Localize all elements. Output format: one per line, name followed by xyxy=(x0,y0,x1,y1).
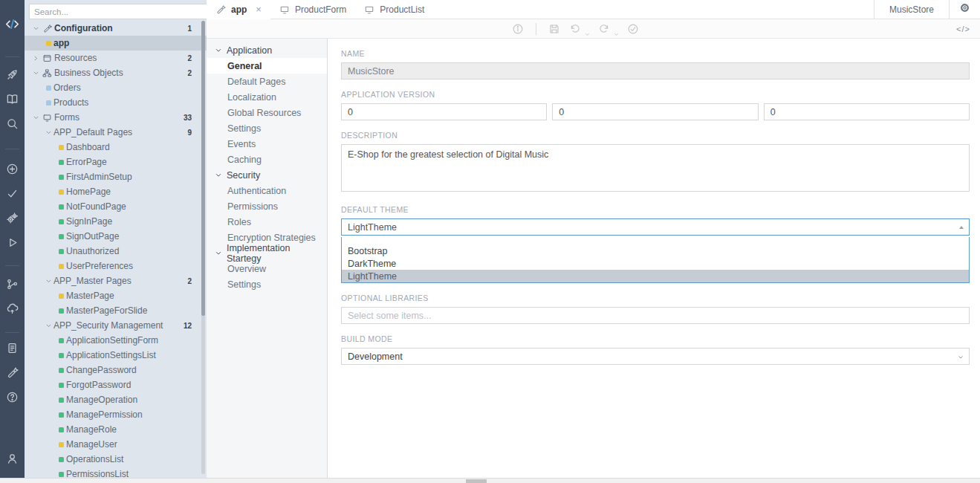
tree-item-userpreferences[interactable]: UserPreferences xyxy=(25,259,207,273)
tree-item-applicationsettingform[interactable]: ApplicationSettingForm xyxy=(25,333,207,348)
chevron-down-icon[interactable] xyxy=(30,23,41,33)
settings-nav-default-pages[interactable]: Default Pages xyxy=(207,74,327,89)
tree-item-manageuser[interactable]: ManageUser xyxy=(25,437,207,452)
redo-button[interactable] xyxy=(598,23,610,35)
chevron-down-icon[interactable] xyxy=(43,127,53,137)
settings-gear-button[interactable] xyxy=(950,0,980,19)
account-icon[interactable] xyxy=(0,447,25,471)
cloud-sync-icon[interactable] xyxy=(0,296,25,321)
application-version-input-1[interactable] xyxy=(341,103,547,120)
tree-item-forgotpassword[interactable]: ForgotPassword xyxy=(25,377,207,392)
theme-option-bootstrap[interactable]: Bootstrap xyxy=(342,244,969,257)
undo-button[interactable] xyxy=(569,23,581,35)
document-icon[interactable] xyxy=(0,336,25,360)
tree-item-app-security-management[interactable]: APP_Security Management12 xyxy=(25,318,207,333)
tree-item-forms[interactable]: Forms33 xyxy=(25,110,207,125)
settings-nav-localization[interactable]: Localization xyxy=(207,89,327,105)
tree-item-operationslist[interactable]: OperationsList xyxy=(25,452,207,467)
name-input[interactable] xyxy=(341,62,970,80)
rocket-icon[interactable] xyxy=(0,62,25,87)
settings-section-security[interactable]: Security xyxy=(207,167,327,183)
settings-nav-global-resources[interactable]: Global Resources xyxy=(207,105,327,120)
tree-item-dashboard[interactable]: Dashboard xyxy=(25,140,207,155)
tree-item-resources[interactable]: Resources2 xyxy=(25,51,207,65)
chevron-down-icon[interactable] xyxy=(43,276,53,286)
tab-app[interactable]: app× xyxy=(207,0,270,19)
tree-scrollbar-thumb[interactable] xyxy=(201,21,205,316)
description-textarea[interactable]: E-Shop for the greatest selection of Dig… xyxy=(341,144,970,192)
chevron-down-icon[interactable] xyxy=(30,68,41,78)
tree-item-homepage[interactable]: HomePage xyxy=(25,184,207,199)
settings-nav-events[interactable]: Events xyxy=(207,136,327,152)
tree-item-changepassword[interactable]: ChangePassword xyxy=(25,363,207,377)
tree-item-label: ManageOperation xyxy=(66,395,192,405)
tree-item-applicationsettingslist[interactable]: ApplicationSettingsList xyxy=(25,348,207,363)
application-version-input-2[interactable] xyxy=(552,103,758,120)
redo-dropdown-caret[interactable] xyxy=(613,27,620,34)
settings-nav-caching[interactable]: Caching xyxy=(207,152,327,167)
tab-productlist[interactable]: ProductList xyxy=(355,0,433,19)
tree-item-business-objects[interactable]: Business Objects2 xyxy=(25,65,207,80)
help-circle-icon[interactable] xyxy=(0,385,25,409)
tree-item-orders[interactable]: Orders xyxy=(25,80,207,95)
tree-item-configuration[interactable]: Configuration1 xyxy=(25,21,207,36)
settings-nav-authentication[interactable]: Authentication xyxy=(207,183,327,198)
theme-option-lighttheme[interactable]: LightTheme xyxy=(342,270,969,282)
chevron-right-icon[interactable] xyxy=(30,53,41,63)
tree-item-permissionslist[interactable]: PermissionsList xyxy=(25,467,207,478)
horizontal-scrollbar-thumb[interactable] xyxy=(466,479,487,483)
theme-option-darktheme[interactable]: DarkTheme xyxy=(342,257,969,270)
tree-item-unauthorized[interactable]: Unauthorized xyxy=(25,244,207,259)
editor-content: ApplicationGeneralDefault PagesLocalizat… xyxy=(207,39,980,478)
code-view-button[interactable]: </> xyxy=(956,25,970,33)
tree-item-managepermission[interactable]: ManagePermission xyxy=(25,407,207,422)
optional-libraries-input[interactable] xyxy=(341,307,970,324)
tree-item-managerole[interactable]: ManageRole xyxy=(25,422,207,437)
settings-nav-settings[interactable]: Settings xyxy=(207,120,327,136)
build-mode-select[interactable]: Development xyxy=(341,348,970,365)
tree-item-notfoundpage[interactable]: NotFoundPage xyxy=(25,199,207,214)
close-icon[interactable]: × xyxy=(256,4,262,14)
blue-bullet-icon xyxy=(46,85,51,91)
chevron-down-icon[interactable] xyxy=(43,320,53,331)
default-theme-combobox[interactable]: LightTheme xyxy=(341,218,970,236)
tree-item-errorpage[interactable]: ErrorPage xyxy=(25,155,207,169)
add-circle-icon[interactable] xyxy=(0,157,25,181)
green-bullet-icon xyxy=(59,175,64,180)
wrench-icon[interactable] xyxy=(0,360,25,385)
tree-item-firstadminsetup[interactable]: FirstAdminSetup xyxy=(25,169,207,184)
settings-nav-roles[interactable]: Roles xyxy=(207,214,327,230)
settings-nav-general[interactable]: General xyxy=(207,58,327,74)
branch-icon[interactable] xyxy=(0,272,25,296)
tree-item-masterpageforslide[interactable]: MasterPageForSlide xyxy=(25,303,207,318)
settings-nav-permissions[interactable]: Permissions xyxy=(207,198,327,214)
search-icon[interactable] xyxy=(0,111,25,136)
check-icon[interactable] xyxy=(0,181,25,206)
horizontal-scrollbar-track[interactable] xyxy=(0,478,980,483)
tree-item-app-master-pages[interactable]: APP_Master Pages2 xyxy=(25,273,207,288)
code-logo-icon[interactable] xyxy=(0,0,25,36)
sidebar-search[interactable] xyxy=(29,4,207,19)
book-icon[interactable] xyxy=(0,87,25,111)
gears-icon[interactable] xyxy=(0,206,25,230)
search-input[interactable] xyxy=(34,7,207,16)
settings-nav-settings[interactable]: Settings xyxy=(207,276,327,292)
settings-section-implementation-startegy[interactable]: Implementation Startegy xyxy=(207,245,327,261)
play-icon[interactable] xyxy=(0,230,25,255)
tree-item-app-default-pages[interactable]: APP_Default Pages9 xyxy=(25,125,207,140)
tab-productform[interactable]: ProductForm xyxy=(270,0,355,19)
info-button[interactable] xyxy=(512,23,524,35)
tree-item-manageoperation[interactable]: ManageOperation xyxy=(25,392,207,407)
settings-section-application[interactable]: Application xyxy=(207,42,327,58)
save-button[interactable] xyxy=(548,23,560,35)
check-circle-button[interactable] xyxy=(627,23,639,35)
chevron-down-icon[interactable] xyxy=(30,112,41,123)
tree-item-signinpage[interactable]: SignInPage xyxy=(25,214,207,229)
tree-item-products[interactable]: Products xyxy=(25,95,207,110)
tree-item-signoutpage[interactable]: SignOutPage xyxy=(25,229,207,244)
application-version-input-3[interactable] xyxy=(764,103,970,120)
undo-dropdown-caret[interactable] xyxy=(584,27,591,34)
tree-item-masterpage[interactable]: MasterPage xyxy=(25,288,207,303)
tree-item-label: ChangePassword xyxy=(66,365,192,375)
tree-item-app[interactable]: app xyxy=(25,36,207,51)
